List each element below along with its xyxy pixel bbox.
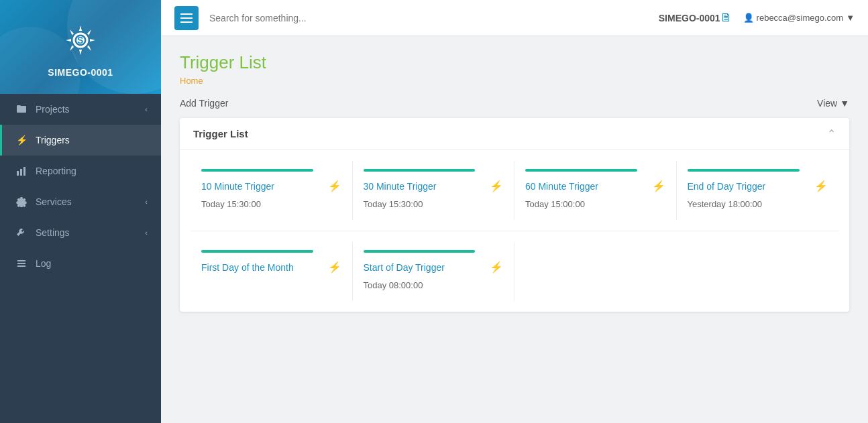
svg-rect-9 — [180, 13, 193, 15]
trigger-item-3: End of Day Trigger ⚡ Yesterday 18:00:00 — [677, 161, 839, 220]
trigger-bar-4 — [201, 250, 313, 253]
sidebar-item-log-label: Log — [36, 258, 148, 269]
document-icon[interactable]: 🗎 — [720, 11, 733, 25]
trigger-item-4: First Day of the Month ⚡ — [191, 242, 353, 301]
main-area: SIMEGO-0001 🗎 👤 rebecca@simego.com ▼ Tri… — [161, 0, 868, 423]
svg-rect-11 — [180, 21, 193, 23]
trigger-grid-row2: First Day of the Month ⚡ Start of Day Tr… — [180, 231, 849, 312]
svg-rect-5 — [23, 167, 25, 176]
topbar-center-title: SIMEGO-0001 — [659, 13, 720, 23]
trigger-name-4[interactable]: First Day of the Month ⚡ — [201, 261, 341, 274]
trigger-card-title: Trigger List — [193, 128, 248, 139]
search-input[interactable] — [209, 13, 659, 23]
trigger-bolt-1: ⚡ — [490, 180, 503, 192]
trigger-item-empty-1 — [514, 242, 677, 301]
view-label: View — [817, 98, 837, 109]
sidebar-logo-title: SIMEGO-0001 — [48, 67, 113, 78]
trigger-name-2[interactable]: 60 Minute Trigger ⚡ — [525, 180, 665, 192]
trigger-name-0[interactable]: 10 Minute Trigger ⚡ — [201, 180, 341, 192]
projects-chevron-icon: ‹ — [145, 105, 148, 113]
svg-rect-10 — [180, 17, 193, 19]
svg-rect-7 — [17, 263, 25, 264]
sidebar-item-reporting-label: Reporting — [36, 166, 148, 176]
folder-icon — [15, 103, 28, 115]
sidebar: S SIMEGO-0001 Projects ‹ ⚡ Triggers Repo… — [0, 0, 161, 423]
trigger-bar-5 — [364, 250, 476, 253]
services-chevron-icon: ‹ — [145, 198, 148, 206]
topbar: SIMEGO-0001 🗎 👤 rebecca@simego.com ▼ — [161, 0, 868, 36]
settings-chevron-icon: ‹ — [145, 229, 148, 237]
view-button[interactable]: View ▼ — [817, 98, 849, 109]
page-title: Trigger List — [180, 52, 849, 73]
trigger-list-card: Trigger List ⌃ 10 Minute Trigger ⚡ Today… — [180, 118, 849, 312]
bolt-icon: ⚡ — [15, 134, 28, 146]
trigger-bolt-5: ⚡ — [490, 261, 503, 274]
sidebar-item-services-label: Services — [36, 196, 145, 207]
topbar-right: 🗎 👤 rebecca@simego.com ▼ — [720, 11, 855, 25]
sidebar-item-settings[interactable]: Settings ‹ — [0, 217, 161, 248]
trigger-bar-1 — [364, 169, 476, 172]
user-dropdown-icon: ▼ — [846, 13, 855, 23]
menu-button[interactable] — [174, 6, 199, 30]
trigger-name-3[interactable]: End of Day Trigger ⚡ — [688, 180, 828, 192]
topbar-user-menu[interactable]: 👤 rebecca@simego.com ▼ — [743, 13, 855, 23]
trigger-item-0: 10 Minute Trigger ⚡ Today 15:30:00 — [191, 161, 353, 220]
sidebar-item-reporting[interactable]: Reporting — [0, 156, 161, 186]
collapse-icon[interactable]: ⌃ — [827, 127, 836, 140]
chart-icon — [15, 165, 28, 177]
trigger-name-5[interactable]: Start of Day Trigger ⚡ — [364, 261, 504, 274]
user-email: rebecca@simego.com — [757, 13, 844, 23]
sidebar-item-log[interactable]: Log — [0, 248, 161, 279]
breadcrumb: Home — [180, 76, 849, 86]
trigger-time-5: Today 08:00:00 — [364, 280, 504, 290]
trigger-item-empty-2 — [677, 242, 839, 301]
trigger-grid-row1: 10 Minute Trigger ⚡ Today 15:30:00 30 Mi… — [180, 150, 849, 231]
sidebar-nav: Projects ‹ ⚡ Triggers Reporting Services… — [0, 94, 161, 279]
trigger-bolt-4: ⚡ — [328, 261, 341, 274]
trigger-time-1: Today 15:30:00 — [364, 199, 504, 209]
svg-rect-8 — [17, 265, 25, 267]
view-chevron-icon: ▼ — [840, 98, 849, 109]
gear-icon — [15, 196, 28, 208]
trigger-bolt-3: ⚡ — [814, 180, 828, 192]
sidebar-item-projects-label: Projects — [36, 104, 145, 115]
svg-text:S: S — [77, 35, 83, 46]
trigger-bolt-0: ⚡ — [328, 180, 341, 192]
svg-rect-6 — [17, 260, 25, 261]
trigger-item-5: Start of Day Trigger ⚡ Today 08:00:00 — [353, 242, 515, 301]
simego-logo-icon: S — [59, 19, 102, 62]
sidebar-item-services[interactable]: Services ‹ — [0, 186, 161, 217]
trigger-name-1[interactable]: 30 Minute Trigger ⚡ — [364, 180, 504, 192]
sidebar-item-triggers[interactable]: ⚡ Triggers — [0, 125, 161, 156]
toolbar: Add Trigger View ▼ — [180, 98, 849, 109]
trigger-bolt-2: ⚡ — [652, 180, 665, 192]
svg-rect-3 — [17, 171, 19, 176]
trigger-card-header: Trigger List ⌃ — [180, 118, 849, 150]
sidebar-item-triggers-label: Triggers — [36, 135, 148, 145]
sidebar-item-settings-label: Settings — [36, 227, 145, 238]
sidebar-item-projects[interactable]: Projects ‹ — [0, 94, 161, 125]
trigger-time-3: Yesterday 18:00:00 — [688, 199, 828, 209]
wrench-icon — [15, 227, 28, 239]
list-icon — [15, 257, 28, 269]
trigger-time-2: Today 15:00:00 — [525, 199, 665, 209]
content-area: Trigger List Home Add Trigger View ▼ Tri… — [161, 36, 868, 423]
add-trigger-button[interactable]: Add Trigger — [180, 98, 228, 109]
user-icon: 👤 — [743, 13, 754, 23]
sidebar-logo: S SIMEGO-0001 — [0, 0, 161, 94]
trigger-item-1: 30 Minute Trigger ⚡ Today 15:30:00 — [353, 161, 515, 220]
trigger-bar-0 — [201, 169, 313, 172]
svg-rect-4 — [20, 169, 22, 176]
trigger-bar-3 — [688, 169, 800, 172]
trigger-time-0: Today 15:30:00 — [201, 199, 341, 209]
trigger-item-2: 60 Minute Trigger ⚡ Today 15:00:00 — [514, 161, 677, 220]
trigger-bar-2 — [525, 169, 637, 172]
